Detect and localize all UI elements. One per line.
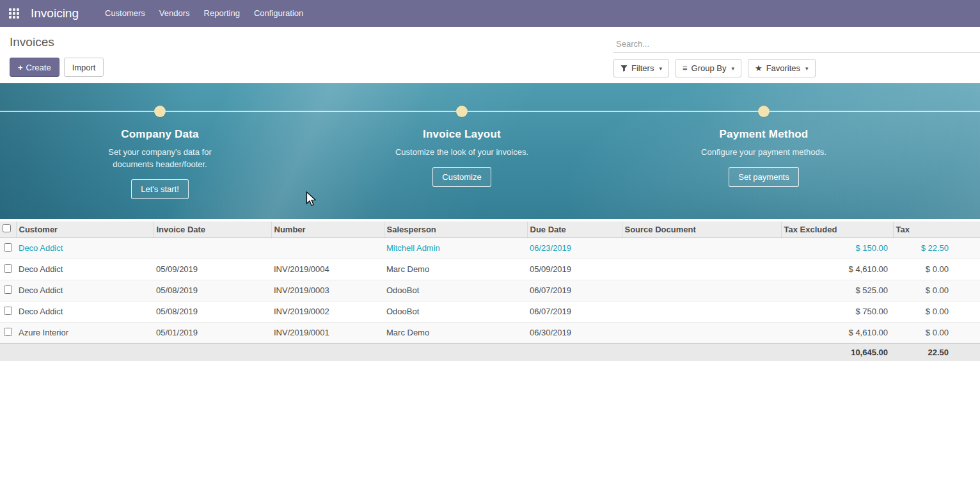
apps-menu-icon[interactable] bbox=[9, 8, 20, 19]
filter-icon bbox=[620, 65, 628, 72]
salesperson-cell: Marc Demo bbox=[384, 259, 527, 280]
col-header-source-document[interactable]: Source Document bbox=[622, 221, 781, 237]
customer-cell: Deco Addict bbox=[16, 259, 154, 280]
onboarding-banner: Company Data Set your company's data for… bbox=[0, 83, 980, 219]
onboarding-step-payment-method: Payment Method Configure your payment me… bbox=[655, 106, 873, 187]
create-button[interactable]: + Create bbox=[10, 58, 59, 77]
col-header-salesperson[interactable]: Salesperson bbox=[384, 221, 527, 237]
source-document-cell bbox=[622, 301, 781, 322]
invoice-date-cell: 05/09/2019 bbox=[154, 259, 271, 280]
group-by-icon: ≡ bbox=[683, 63, 688, 73]
invoice-date-cell: 05/01/2019 bbox=[154, 322, 271, 343]
customer-cell: Azure Interior bbox=[16, 322, 154, 343]
control-panel: Invoices + Create Import Filters ▾ ≡ Gro… bbox=[0, 27, 980, 83]
menu-configuration[interactable]: Configuration bbox=[247, 0, 310, 27]
create-button-label: Create bbox=[26, 63, 51, 72]
page-title: Invoices bbox=[10, 35, 104, 49]
row-checkbox[interactable] bbox=[4, 243, 12, 252]
tax-cell: $ 0.00 bbox=[893, 301, 980, 322]
step-title: Company Data bbox=[51, 128, 269, 141]
step-title: Payment Method bbox=[655, 128, 873, 141]
due-date-cell: 06/07/2019 bbox=[527, 301, 622, 322]
app-title[interactable]: Invoicing bbox=[31, 6, 79, 20]
salesperson-cell: Marc Demo bbox=[384, 322, 527, 343]
tax-excluded-cell: $ 150.00 bbox=[781, 237, 893, 259]
tax-excluded-cell: $ 750.00 bbox=[781, 301, 893, 322]
row-checkbox[interactable] bbox=[4, 264, 12, 273]
step-dot-icon bbox=[456, 106, 468, 117]
salesperson-cell: Mitchell Admin bbox=[384, 237, 527, 259]
col-header-tax-excluded[interactable]: Tax Excluded bbox=[781, 221, 893, 237]
filters-button-label: Filters bbox=[631, 63, 654, 73]
invoice-row[interactable]: Deco Addict 05/08/2019 INV/2019/0002 Odo… bbox=[0, 301, 980, 322]
invoice-date-cell bbox=[154, 237, 271, 259]
step-dot-icon bbox=[758, 106, 770, 117]
total-tax-excluded: 10,645.00 bbox=[781, 343, 893, 361]
step-dot-icon bbox=[154, 106, 166, 117]
search-input[interactable] bbox=[613, 36, 980, 53]
customer-cell: Deco Addict bbox=[16, 237, 154, 259]
row-checkbox[interactable] bbox=[4, 307, 12, 315]
total-tax: 22.50 bbox=[893, 343, 980, 361]
source-document-cell bbox=[622, 280, 781, 301]
group-by-button[interactable]: ≡ Group By ▾ bbox=[676, 59, 741, 77]
invoice-row[interactable]: Deco Addict 05/08/2019 INV/2019/0003 Odo… bbox=[0, 280, 980, 301]
tax-excluded-cell: $ 4,610.00 bbox=[781, 259, 893, 280]
invoice-row[interactable]: Azure Interior 05/01/2019 INV/2019/0001 … bbox=[0, 322, 980, 343]
due-date-cell: 06/23/2019 bbox=[527, 237, 622, 259]
source-document-cell bbox=[622, 259, 781, 280]
col-header-invoice-date[interactable]: Invoice Date bbox=[154, 221, 271, 237]
menu-reporting[interactable]: Reporting bbox=[197, 0, 247, 27]
group-by-button-label: Group By bbox=[692, 63, 727, 73]
number-cell bbox=[271, 237, 384, 259]
row-checkbox[interactable] bbox=[4, 285, 12, 294]
tax-excluded-cell: $ 525.00 bbox=[781, 280, 893, 301]
source-document-cell bbox=[622, 322, 781, 343]
tax-cell: $ 0.00 bbox=[893, 280, 980, 301]
due-date-cell: 06/07/2019 bbox=[527, 280, 622, 301]
customer-cell: Deco Addict bbox=[16, 301, 154, 322]
set-payments-button[interactable]: Set payments bbox=[729, 167, 799, 187]
col-header-number[interactable]: Number bbox=[271, 221, 384, 237]
onboarding-step-company-data: Company Data Set your company's data for… bbox=[51, 106, 269, 199]
invoice-date-cell: 05/08/2019 bbox=[154, 280, 271, 301]
col-header-customer[interactable]: Customer bbox=[16, 221, 154, 237]
number-cell: INV/2019/0003 bbox=[271, 280, 384, 301]
plus-icon: + bbox=[18, 63, 23, 72]
customer-cell: Deco Addict bbox=[16, 280, 154, 301]
number-cell: INV/2019/0004 bbox=[271, 259, 384, 280]
totals-row: 10,645.00 22.50 bbox=[0, 343, 980, 361]
table-header-row: Customer Invoice Date Number Salesperson… bbox=[0, 221, 980, 237]
source-document-cell bbox=[622, 237, 781, 259]
step-title: Invoice Layout bbox=[353, 128, 571, 141]
due-date-cell: 06/30/2019 bbox=[527, 322, 622, 343]
import-button[interactable]: Import bbox=[64, 58, 104, 77]
step-description: Configure your payment methods. bbox=[694, 146, 834, 158]
filters-button[interactable]: Filters ▾ bbox=[613, 59, 669, 77]
top-navbar: Invoicing Customers Vendors Reporting Co… bbox=[0, 0, 980, 27]
col-header-due-date[interactable]: Due Date bbox=[527, 221, 622, 237]
menu-vendors[interactable]: Vendors bbox=[152, 0, 197, 27]
customize-button[interactable]: Customize bbox=[432, 167, 491, 187]
tax-excluded-cell: $ 4,610.00 bbox=[781, 322, 893, 343]
tax-cell: $ 0.00 bbox=[893, 322, 980, 343]
col-header-tax[interactable]: Tax bbox=[893, 221, 980, 237]
select-all-checkbox[interactable] bbox=[3, 224, 11, 232]
step-description: Customize the look of your invoices. bbox=[392, 146, 532, 158]
number-cell: INV/2019/0001 bbox=[271, 322, 384, 343]
lets-start-button[interactable]: Let's start! bbox=[131, 179, 189, 199]
row-checkbox[interactable] bbox=[4, 328, 12, 336]
caret-down-icon: ▾ bbox=[731, 65, 734, 72]
menu-customers[interactable]: Customers bbox=[98, 0, 152, 27]
onboarding-step-invoice-layout: Invoice Layout Customize the look of you… bbox=[353, 106, 571, 187]
favorites-button[interactable]: ★ Favorites ▾ bbox=[748, 59, 816, 77]
due-date-cell: 05/09/2019 bbox=[527, 259, 622, 280]
star-icon: ★ bbox=[755, 63, 763, 73]
number-cell: INV/2019/0002 bbox=[271, 301, 384, 322]
invoice-row[interactable]: Deco Addict 05/09/2019 INV/2019/0004 Mar… bbox=[0, 259, 980, 280]
favorites-button-label: Favorites bbox=[766, 63, 800, 73]
salesperson-cell: OdooBot bbox=[384, 301, 527, 322]
step-description: Set your company's data for documents he… bbox=[90, 146, 230, 170]
tax-cell: $ 0.00 bbox=[893, 259, 980, 280]
invoice-row[interactable]: Deco Addict Mitchell Admin 06/23/2019 $ … bbox=[0, 237, 980, 259]
